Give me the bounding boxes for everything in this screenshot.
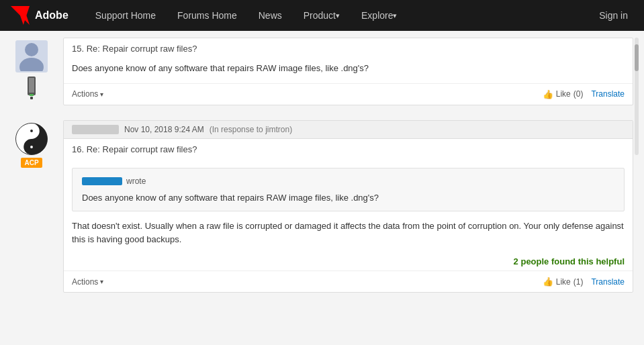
svg-rect-7 (30, 94, 34, 96)
post-16-header: Nov 10, 2018 9:24 AM (In response to jim… (64, 121, 633, 139)
post-16-footer-right: 👍 Like (1) Translate (543, 277, 625, 287)
post-16-username (72, 125, 119, 134)
post-15-footer-right: 👍 Like (0) Translate (543, 89, 625, 99)
device-svg-icon (26, 77, 37, 101)
post-16-body: wrote Does anyone know of any software t… (64, 157, 633, 254)
post-16-actions-btn[interactable]: Actions (72, 277, 103, 287)
post-16-avatar (15, 123, 48, 155)
post-15-card: 15. Re: Repair corrupt raw files? Does a… (63, 38, 633, 105)
nav-links: Support Home Forums Home News Product Ex… (85, 0, 594, 31)
post-16-quote-body: Does anyone know of any software that re… (82, 191, 614, 205)
scrollbar-track[interactable] (635, 38, 639, 155)
post-16-card: Nov 10, 2018 9:24 AM (In response to jim… (63, 120, 633, 293)
post-16-footer: Actions 👍 Like (1) Translate (64, 270, 633, 292)
adobe-logo-icon (11, 6, 30, 25)
svg-point-13 (30, 146, 33, 148)
svg-rect-6 (29, 78, 34, 93)
post-15-footer: Actions 👍 Like (0) Translate (64, 83, 633, 105)
post-16-translate-link[interactable]: Translate (591, 277, 625, 287)
nav-forums-home[interactable]: Forums Home (167, 0, 248, 31)
device-icon (26, 77, 37, 103)
thumbs-up-icon: 👍 (543, 89, 553, 99)
nav-logo[interactable]: Adobe (11, 6, 68, 25)
svg-point-4 (19, 58, 44, 71)
scrollbar-thumb[interactable] (635, 44, 639, 71)
post-16-like-label: Like (556, 277, 571, 287)
post-16-quote: wrote Does anyone know of any software t… (72, 168, 625, 212)
post-16-quote-author: wrote (82, 175, 614, 187)
post-16-card-area: Nov 10, 2018 9:24 AM (In response to jim… (58, 120, 633, 304)
post-15-like-btn[interactable]: 👍 Like (0) (543, 89, 584, 99)
svg-point-12 (30, 130, 33, 132)
post-16-like-btn[interactable]: 👍 Like (1) (543, 277, 584, 287)
post-15-like-label: Like (556, 89, 571, 99)
nav-bar: Adobe Support Home Forums Home News Prod… (0, 0, 644, 31)
post-16-avatar-col: ACP (11, 120, 52, 168)
post-16-wrapper: ACP Nov 10, 2018 9:24 AM (In response to… (0, 116, 644, 304)
post-16-in-response: (In response to jimtron) (210, 125, 292, 134)
post-16-helpful: 2 people found this helpful (64, 254, 633, 270)
post-16-date: Nov 10, 2018 9:24 AM (124, 125, 204, 134)
svg-rect-8 (30, 97, 33, 99)
quote-username-block (82, 177, 122, 185)
nav-explore[interactable]: Explore (351, 0, 408, 31)
nav-support-home[interactable]: Support Home (85, 0, 167, 31)
post-16-like-count: (1) (573, 277, 584, 287)
post-15-actions-btn[interactable]: Actions (72, 89, 103, 99)
person-icon (18, 42, 45, 71)
svg-point-3 (25, 43, 38, 56)
post-15-body: Does anyone know of any software that re… (64, 56, 633, 83)
nav-logo-text: Adobe (35, 9, 68, 21)
post-15-title: 15. Re: Repair corrupt raw files? (64, 38, 633, 56)
post-15-translate-link[interactable]: Translate (591, 89, 625, 99)
nav-news[interactable]: News (248, 0, 293, 31)
post-16-wrote-label: wrote (126, 175, 146, 187)
yinyang-icon (15, 123, 48, 155)
acp-badge: ACP (21, 158, 42, 168)
post-16-title: 16. Re: Repair corrupt raw files? (64, 139, 633, 157)
nav-signin[interactable]: Sign in (594, 10, 633, 21)
post-15-avatar-col (11, 38, 52, 103)
post-16-main-body: That doesn't exist. Usually when a raw f… (72, 219, 625, 246)
post-15-wrapper: 15. Re: Repair corrupt raw files? Does a… (0, 31, 644, 116)
thumbs-up-icon-2: 👍 (543, 277, 553, 287)
post-15-card-area: 15. Re: Repair corrupt raw files? Does a… (58, 38, 633, 116)
nav-product[interactable]: Product (293, 0, 351, 31)
post-15-avatar (15, 40, 48, 72)
post-15-like-count: (0) (573, 89, 584, 99)
